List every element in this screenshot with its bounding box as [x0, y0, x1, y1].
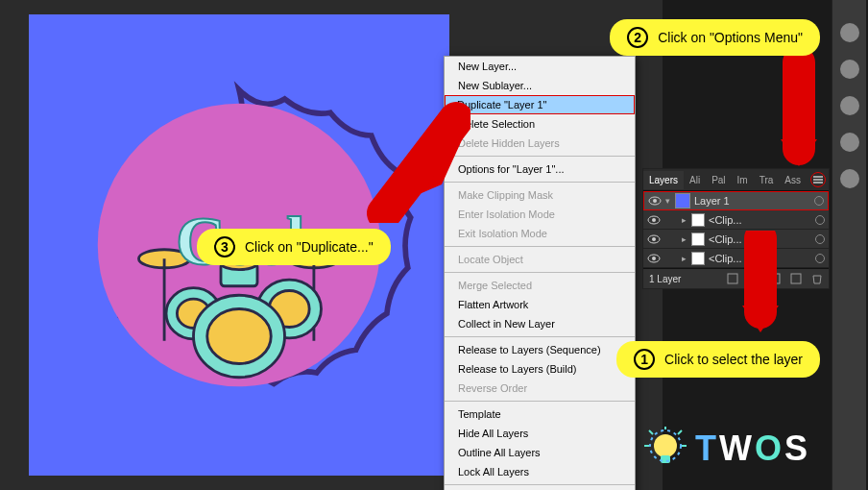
- callout-2: 2 Click on "Options Menu": [610, 19, 820, 56]
- menu-item: Enter Isolation Mode: [445, 205, 635, 224]
- new-layer-icon[interactable]: [790, 273, 802, 284]
- panel-icon-1[interactable]: [840, 23, 859, 42]
- annotation-arrow-to-duplicate: [355, 98, 470, 223]
- visibility-eye-icon[interactable]: [647, 233, 661, 246]
- menu-separator: [445, 272, 635, 273]
- menu-item[interactable]: Release to Layers (Sequence): [445, 340, 635, 359]
- annotation-arrow-to-options: [773, 53, 826, 168]
- svg-point-16: [653, 199, 657, 203]
- menu-item[interactable]: Outline All Layers: [445, 443, 635, 462]
- layer-row[interactable]: ▾Layer 1: [643, 191, 829, 210]
- menu-separator: [445, 182, 635, 183]
- menu-separator: [445, 401, 635, 402]
- target-icon[interactable]: [815, 254, 825, 263]
- menu-separator: [445, 484, 635, 485]
- callout-2-text: Click on "Options Menu": [658, 30, 803, 45]
- menu-item[interactable]: New Layer...: [445, 57, 635, 76]
- panel-icon-5[interactable]: [840, 169, 859, 188]
- callout-1-text: Click to select the layer: [664, 352, 803, 367]
- layer-name[interactable]: <Clip...: [709, 214, 815, 226]
- menu-item: Locate Object: [445, 250, 635, 269]
- svg-rect-33: [661, 455, 670, 463]
- callout-3: 3 Click on "Duplicate...": [197, 229, 391, 265]
- menu-item[interactable]: Template: [445, 404, 635, 424]
- flyout-wrap: [807, 169, 830, 190]
- panel-icon-4[interactable]: [840, 133, 859, 152]
- layer-thumbnail: [691, 233, 705, 246]
- svg-point-32: [654, 434, 677, 457]
- target-icon[interactable]: [815, 215, 825, 225]
- twos-logo: TWOS: [643, 427, 810, 471]
- layer-name[interactable]: Layer 1: [694, 195, 814, 207]
- menu-item[interactable]: Delete Selection: [445, 114, 635, 134]
- hamburger-icon: [812, 175, 824, 184]
- callout-3-num: 3: [214, 236, 235, 257]
- menu-item: Make Clipping Mask: [445, 185, 635, 205]
- layer-thumbnail: [691, 252, 705, 265]
- menu-separator: [445, 336, 635, 337]
- callout-1: 1 Click to select the layer: [616, 341, 820, 378]
- callout-1-num: 1: [634, 349, 655, 370]
- tab-pal[interactable]: Pal: [706, 171, 731, 189]
- tab-ali[interactable]: Ali: [684, 171, 706, 189]
- target-icon[interactable]: [815, 234, 825, 244]
- menu-separator: [445, 156, 635, 157]
- menu-item[interactable]: Collect in New Layer: [445, 314, 635, 333]
- visibility-eye-icon[interactable]: [648, 194, 662, 208]
- logo-text: TWOS: [695, 429, 810, 469]
- layer-thumbnail: [675, 193, 690, 208]
- tab-tra[interactable]: Tra: [754, 171, 780, 189]
- menu-item[interactable]: Hide All Layers: [445, 424, 635, 443]
- menu-item[interactable]: Duplicate "Layer 1": [445, 95, 635, 114]
- panel-icon-2[interactable]: [840, 60, 859, 79]
- panel-icon-3[interactable]: [840, 96, 859, 115]
- menu-item[interactable]: New Sublayer...: [445, 76, 635, 95]
- delete-layer-icon[interactable]: [811, 273, 823, 284]
- menu-item: Merge Selected: [445, 276, 635, 295]
- menu-item: Reverse Order: [445, 379, 635, 398]
- svg-point-9: [207, 309, 272, 364]
- layers-panel-tabs: Layers Ali Pal Im Tra Ass: [643, 169, 829, 191]
- annotation-arrow-to-layer: [735, 231, 787, 336]
- tab-ass[interactable]: Ass: [779, 171, 807, 189]
- callout-3-text: Click on "Duplicate...": [245, 239, 374, 255]
- right-panel-strip: [832, 0, 866, 490]
- menu-item: Exit Isolation Mode: [445, 224, 635, 243]
- svg-rect-26: [791, 274, 801, 283]
- expand-twisty-icon[interactable]: ▸: [682, 234, 691, 244]
- layer-thumbnail: [691, 213, 705, 227]
- expand-twisty-icon[interactable]: ▸: [682, 254, 691, 263]
- layer-count: 1 Layer: [649, 274, 717, 284]
- expand-twisty-icon[interactable]: ▾: [665, 196, 675, 206]
- target-icon[interactable]: [814, 196, 824, 206]
- menu-item[interactable]: Flatten Artwork: [445, 295, 635, 314]
- tab-im[interactable]: Im: [732, 171, 754, 189]
- svg-point-18: [652, 218, 656, 222]
- expand-twisty-icon[interactable]: ▸: [682, 215, 691, 225]
- svg-line-37: [649, 430, 653, 434]
- panel-flyout-menu-icon[interactable]: [810, 172, 826, 187]
- svg-line-38: [678, 430, 682, 434]
- menu-item: Delete Hidden Layers: [445, 134, 635, 153]
- layers-options-menu: New Layer...New Sublayer...Duplicate "La…: [444, 56, 636, 490]
- svg-point-22: [652, 257, 656, 260]
- layer-row[interactable]: ▸<Clip...: [643, 210, 829, 230]
- callout-2-num: 2: [627, 27, 648, 48]
- menu-separator: [445, 246, 635, 247]
- visibility-eye-icon[interactable]: [647, 213, 661, 227]
- visibility-eye-icon[interactable]: [647, 252, 661, 265]
- tab-layers[interactable]: Layers: [643, 171, 684, 189]
- menu-item[interactable]: Options for "Layer 1"...: [445, 159, 635, 179]
- menu-item[interactable]: Release to Layers (Build): [445, 359, 635, 379]
- lightbulb-icon: [643, 427, 687, 471]
- svg-point-20: [652, 237, 656, 241]
- menu-item[interactable]: Lock All Layers: [445, 462, 635, 481]
